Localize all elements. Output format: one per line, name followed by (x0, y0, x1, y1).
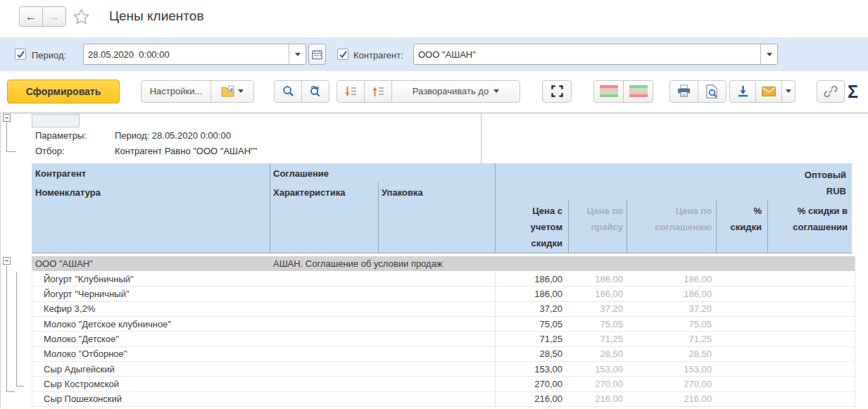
download-icon (737, 85, 749, 97)
find-button[interactable] (274, 80, 302, 103)
get-link-button[interactable] (817, 80, 845, 103)
collapse-group-button[interactable] (3, 257, 11, 265)
cell-price-agreement: 75,05 (627, 319, 716, 329)
table-row[interactable]: Кефир 3,2% 37,20 37,20 37,20 (32, 302, 855, 317)
title-bar: ← → Цены клиентов (0, 0, 868, 37)
counterparty-dropdown-button[interactable] (760, 44, 777, 64)
cell-price-discount: 270,00 (495, 379, 568, 389)
header-price-list: Цена по прайсу (568, 203, 627, 251)
cell-nomenclature: Сыр Пошехонский (32, 394, 495, 404)
cell-price-discount: 28,50 (495, 348, 568, 359)
check-icon (339, 50, 348, 59)
find-next-button[interactable] (301, 80, 329, 103)
generate-button[interactable]: Сформировать (7, 80, 120, 103)
report-variants-icon (221, 85, 234, 97)
cell-price-list: 71,25 (568, 334, 627, 344)
cell-price-list: 270,00 (568, 379, 627, 389)
header-divider (270, 163, 270, 253)
print-preview-button[interactable] (698, 80, 727, 103)
table-row[interactable]: Сыр Пошехонский 216,00 216,00 216,00 (32, 392, 855, 407)
expand-to-button[interactable]: Разворачивать до (391, 80, 520, 103)
search-refresh-icon (308, 84, 322, 98)
group-row[interactable]: ООО "АШАН" АШАН. Соглашение об условии п… (32, 256, 855, 271)
expand-down-icon (344, 85, 358, 98)
app-window: ← → Цены клиентов Период: (0, 0, 868, 409)
period-calendar-button[interactable] (308, 44, 326, 65)
back-button[interactable]: ← (19, 6, 43, 27)
toolbar: Сформировать Настройки... (0, 71, 868, 111)
period-checkbox[interactable] (15, 49, 26, 60)
printer-icon (677, 84, 691, 98)
table-row[interactable]: Молоко "Детское" 71,25 71,25 71,25 (32, 332, 855, 346)
header-divider (378, 182, 379, 253)
cell-price-list: 28,50 (568, 348, 627, 359)
table-row[interactable]: Йогурт "Клубничный" 186,00 186,00 186,00 (32, 272, 855, 287)
report-top-border (0, 113, 868, 113)
cell-price-agreement: 216,00 (627, 394, 716, 404)
cell-price-agreement: 186,00 (627, 274, 716, 284)
link-icon (824, 84, 838, 99)
cell-price-agreement: 37,20 (627, 303, 716, 314)
email-dropdown-button[interactable] (781, 80, 795, 103)
header-nomenclature: Номенклатура (35, 187, 101, 198)
header-discount-percent: % скидки (716, 203, 767, 251)
collapse-levels-button[interactable] (364, 80, 392, 103)
group-agreement: АШАН. Соглашение об условии продаж (270, 258, 443, 269)
report-left-border (0, 113, 1, 409)
favorite-star-icon[interactable] (72, 8, 91, 28)
collapse-report-header-button[interactable] (3, 114, 11, 122)
counterparty-input[interactable] (414, 44, 760, 64)
envelope-icon (762, 87, 776, 96)
parameters-value: Период: 28.05.2020 0:00:00 (115, 130, 231, 141)
table-row[interactable]: Йогурт "Черничный" 186,00 186,00 186,00 (32, 287, 855, 301)
tree-line (6, 265, 7, 391)
tree-line (16, 386, 24, 386)
fullscreen-button[interactable] (542, 80, 572, 103)
period-field (83, 44, 306, 65)
appearance-red-green-button[interactable] (593, 80, 624, 103)
expand-levels-button[interactable] (336, 80, 365, 103)
header-divider (767, 200, 768, 253)
tree-line (6, 151, 15, 152)
cell-price-list: 186,00 (568, 289, 627, 299)
page-title: Цены клиентов (109, 8, 203, 24)
selection-value: Контрагент Равно "ООО "АШАН"" (115, 146, 257, 156)
table-row[interactable]: Молоко "Детское клубничное" 75,05 75,05 … (32, 317, 855, 332)
table-row[interactable]: Сыр Костромской 270,00 270,00 270,00 (32, 377, 855, 391)
cell-price-discount: 75,05 (495, 319, 568, 329)
report-rows: Йогурт "Клубничный" 186,00 186,00 186,00… (32, 272, 855, 407)
cell-nomenclature: Йогурт "Черничный" (32, 289, 495, 299)
grid-line-vertical (855, 256, 855, 407)
back-arrow-icon: ← (25, 11, 37, 23)
table-row[interactable]: Сыр Адыгейский 153,00 153,00 153,00 (32, 362, 855, 377)
cell-price-discount: 37,20 (495, 303, 568, 314)
header-divider (716, 200, 717, 253)
forward-button[interactable]: → (42, 6, 66, 27)
cell-price-agreement: 71,25 (627, 334, 716, 344)
counterparty-field (413, 44, 778, 65)
cell-nomenclature: Сыр Костромской (32, 379, 495, 389)
cell-price-agreement: 28,50 (627, 348, 716, 359)
check-icon (16, 50, 25, 59)
settings-button[interactable]: Настройки... (141, 80, 211, 103)
save-button[interactable] (729, 80, 756, 103)
grid-line-vertical (32, 272, 32, 407)
calendar-icon (312, 49, 322, 60)
cell-nomenclature: Сыр Адыгейский (32, 364, 495, 375)
table-row[interactable]: Молоко "Отборное" 28,50 28,50 28,50 (32, 347, 855, 362)
preview-icon (705, 84, 719, 99)
table-header: Контрагент Номенклатура Соглашение Харак… (32, 163, 852, 253)
appearance-green-red-button[interactable] (623, 80, 653, 103)
print-button[interactable] (669, 80, 698, 103)
header-contractor: Контрагент (35, 168, 86, 179)
email-button[interactable] (755, 80, 782, 103)
period-dropdown-button[interactable] (289, 44, 306, 64)
report-variants-button[interactable] (210, 80, 254, 103)
cell-price-list: 186,00 (568, 274, 627, 284)
green-red-stripes-icon (629, 85, 648, 97)
period-input[interactable] (84, 44, 289, 64)
autosum-button[interactable]: Σ (848, 81, 858, 101)
counterparty-checkbox[interactable] (337, 49, 348, 60)
selected-cell[interactable] (32, 114, 80, 127)
chevron-down-icon (786, 89, 791, 93)
